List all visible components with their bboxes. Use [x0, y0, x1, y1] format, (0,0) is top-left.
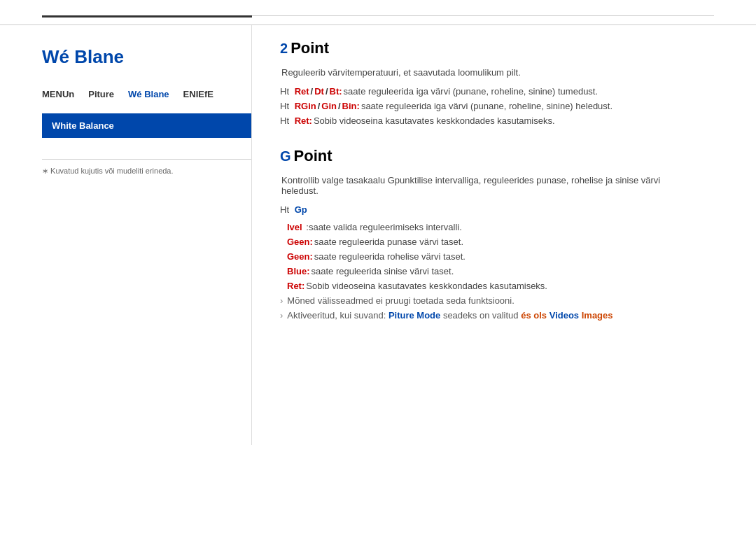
section1-row3: Ht Ret: Sobib videoseina kasutavates kes… [280, 115, 686, 126]
row1-tag-dt: Dt [314, 86, 324, 97]
main-content: 2Point Reguleerib värvitemperatuuri, et … [252, 25, 714, 445]
row3-tag-ret: Ret: [295, 115, 312, 126]
bullet-geen-red-text: saate reguleerida punase värvi taset. [314, 237, 463, 247]
top-bar-right-line [252, 14, 714, 16]
top-bar [0, 0, 756, 25]
sidebar-title: Wé Blane [42, 39, 251, 75]
section-gpoint: GPoint Kontrollib valge tasakaalu Gpunkt… [280, 147, 686, 321]
note-2-picture-mode: Piture Mode [388, 310, 440, 321]
bullet-red: Geen: saate reguleerida punase värvi tas… [287, 237, 686, 247]
row1-tag-red: Ret [295, 86, 309, 97]
sidebar-note: ∗ Kuvatud kujutis või mudeliti erineda. [42, 167, 251, 176]
sidebar: Wé Blane MENUn Piture Wé Blane ENIEfE Wh… [42, 25, 252, 445]
row1-tag-slash2: / [326, 86, 328, 97]
section1-row2: Ht RGin / Gin / Bin: saate reguleerida i… [280, 101, 686, 111]
bullet-ivel-tag: Ivel [287, 222, 302, 232]
row2-tag-rgin: RGin [295, 101, 316, 111]
note-2-options: és [521, 310, 531, 321]
bullet-ret: Ret: Sobib videoseina kasutavates keskko… [287, 281, 686, 291]
bullet-blue: Blue: saate reguleerida sinise värvi tas… [287, 266, 686, 276]
sidebar-divider [42, 159, 251, 160]
row2-text: saate reguleerida iga värvi (punane, roh… [361, 101, 612, 111]
bullet-geen-green-text: saate reguleerida rohelise värvi taset. [314, 251, 465, 262]
section2-title: GPoint [280, 147, 686, 165]
nav-item-menu[interactable]: MENUn [42, 89, 74, 99]
bullet-geen-red-tag: Geen: [287, 237, 313, 247]
note-2: Aktiveeritud, kui suvand: Piture Mode se… [280, 310, 686, 321]
note-1-text: Mõned välisseadmed ei pruugi toetada sed… [287, 295, 514, 306]
row3-ht: Ht [280, 115, 292, 126]
section2-ht-row: Ht Gp [280, 204, 686, 215]
bullet-interval: Ivel :saate valida reguleerimiseks inter… [287, 222, 686, 232]
section2-bullet-list: Ivel :saate valida reguleerimiseks inter… [287, 222, 686, 291]
row2-tag-bin: Bin: [342, 101, 360, 111]
row1-text: saate reguleerida iga värvi (punane, roh… [344, 86, 598, 97]
title-we: Wé [42, 46, 74, 67]
bullet-geen-green-tag: Geen: [287, 251, 313, 262]
section2-ht-label: Ht [280, 204, 292, 215]
row1-tag-bt: Bt: [330, 86, 342, 97]
bullet-ret-tag: Ret: [287, 281, 304, 291]
bullet-blue-text: saate reguleerida sinise värvi taset. [312, 266, 454, 276]
note-2-options4: Images [582, 310, 613, 321]
note-1: Mõned välisseadmed ei pruugi toetada sed… [280, 295, 686, 306]
section2-gp-tag: Gp [295, 204, 307, 215]
sidebar-item-white-balance[interactable]: White Balance [42, 113, 251, 138]
row2-tag-gin: Gin [321, 101, 337, 111]
bullet-blue-tag: Blue: [287, 266, 310, 276]
row2-tag-slash2: / [338, 101, 341, 111]
section2-description: Kontrollib valge tasakaalu Gpunktilise i… [281, 175, 686, 196]
nav-item-eniefe[interactable]: ENIEfE [183, 89, 214, 99]
nav-menu: MENUn Piture Wé Blane ENIEfE [42, 89, 251, 99]
row3-text: Sobib videoseina kasutavates keskkondade… [314, 115, 555, 126]
section-2point: 2Point Reguleerib värvitemperatuuri, et … [280, 39, 686, 126]
nav-item-piture[interactable]: Piture [88, 89, 114, 99]
title-blane: Blane [74, 46, 124, 67]
section1-title: 2Point [280, 39, 686, 57]
section2-bullet: G [280, 148, 291, 164]
section1-description: Reguleerib värvitemperatuuri, et saavuta… [281, 67, 686, 78]
row1-ht: Ht [280, 86, 292, 97]
note-2-options3: Videos [550, 310, 579, 321]
bullet-green: Geen: saate reguleerida rohelise värvi t… [287, 251, 686, 262]
row2-ht: Ht [280, 101, 292, 111]
row1-tag-slash1: / [311, 86, 314, 97]
row2-tag-slash1: / [318, 101, 321, 111]
top-bar-left-line [42, 13, 252, 17]
section1-row1: Ht Ret / Dt / Bt: saate reguleerida iga … [280, 86, 686, 97]
bullet-ivel-text: :saate valida reguleerimiseks intervalli… [304, 222, 462, 232]
note-2-options2: ols [533, 310, 547, 321]
bullet-ret-text: Sobib videoseina kasutavates keskkondade… [306, 281, 547, 291]
note-2-text: Aktiveeritud, kui suvand: Piture Mode se… [287, 310, 612, 321]
nav-item-weblane[interactable]: Wé Blane [128, 89, 169, 99]
section1-bullet: 2 [280, 41, 288, 57]
